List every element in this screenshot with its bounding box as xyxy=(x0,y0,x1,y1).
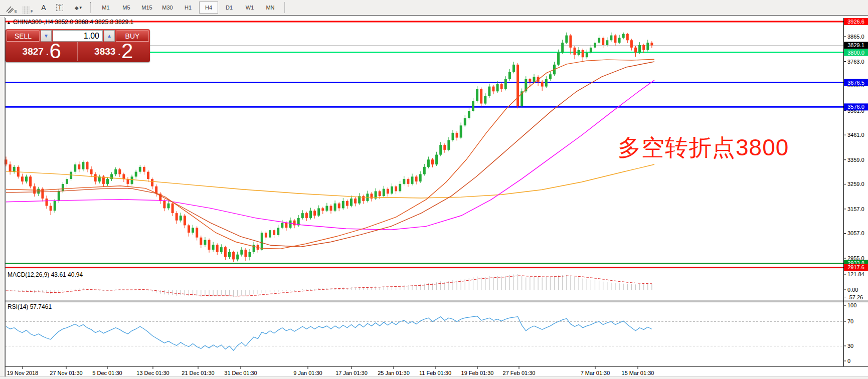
macd-layer xyxy=(6,274,652,297)
fibonacci-icon[interactable]: F xyxy=(20,2,35,14)
chart-symbol-header: ▲CHINA300-,H4 3852.0 3868.4 3825.8 3829.… xyxy=(7,19,133,26)
chevron-down-icon: ▾ xyxy=(80,5,82,10)
sell-button[interactable]: SELL xyxy=(7,30,40,42)
timeframe-button-w1[interactable]: W1 xyxy=(240,2,259,14)
ma-line-orange_slow xyxy=(6,62,654,247)
timeframe-button-m5[interactable]: M5 xyxy=(117,2,136,14)
tool-sub-letter: E xyxy=(15,10,17,14)
timeframe-button-h1[interactable]: H1 xyxy=(179,2,198,14)
symbol-marker-icon: ▲ xyxy=(7,20,11,25)
bid-price[interactable]: 3827.6 xyxy=(7,42,78,61)
timeframe-button-m30[interactable]: M30 xyxy=(158,2,177,14)
timeframe-button-d1[interactable]: D1 xyxy=(220,2,239,14)
timeframe-bar: M1M5M15M30H1H4D1W1MN xyxy=(96,2,281,14)
timeframe-button-m1[interactable]: M1 xyxy=(96,2,115,14)
rsi-label: RSI(14) 57.7461 xyxy=(8,303,52,310)
timeframe-button-mn[interactable]: MN xyxy=(261,2,280,14)
ma-line-orange_fast xyxy=(6,59,654,249)
toolbar-drag-handle[interactable] xyxy=(90,2,93,13)
text-tool-icon[interactable]: A xyxy=(36,2,51,14)
triangle-down-icon: ▼ xyxy=(44,33,49,39)
rsi-line xyxy=(6,316,652,351)
window-bottom-edge xyxy=(0,376,868,379)
symbol-ohlc-text: CHINA300-,H4 3852.0 3868.4 3825.8 3829.1 xyxy=(13,19,133,26)
time-axis[interactable] xyxy=(5,366,843,377)
text-label-icon[interactable]: T xyxy=(52,2,67,14)
timeframe-button-m15[interactable]: M15 xyxy=(137,2,156,14)
toolbar: E F A T ◆ ▾ M1M5M15M30H1H4D1W1MN xyxy=(0,0,868,16)
macd-label: MACD(12,26,9) 43.61 40.94 xyxy=(8,271,83,278)
price-axis[interactable] xyxy=(843,18,868,366)
tool-sub-letter: F xyxy=(31,10,33,14)
one-click-trade-panel: SELL ▼ 1.00 ▲ BUY 3827.6 3833.2 xyxy=(6,29,150,62)
arrows-tool-icon[interactable]: ◆ ▾ xyxy=(68,2,88,14)
toolbar-separator xyxy=(284,2,285,13)
triangle-up-icon: ▲ xyxy=(107,33,112,39)
volume-increase-button[interactable]: ▲ xyxy=(104,30,115,42)
timeframe-button-h4[interactable]: H4 xyxy=(199,2,218,14)
ask-price[interactable]: 3833.2 xyxy=(79,42,149,61)
left-dock-strip xyxy=(0,17,5,379)
trading-terminal-window: { "toolbar": { "tools": [ {"name": "equi… xyxy=(0,0,868,379)
equidistant-channel-icon[interactable]: E xyxy=(4,2,19,14)
chart-annotation-text: 多空转折点3800 xyxy=(618,132,789,163)
macd-signal-line xyxy=(6,276,652,296)
